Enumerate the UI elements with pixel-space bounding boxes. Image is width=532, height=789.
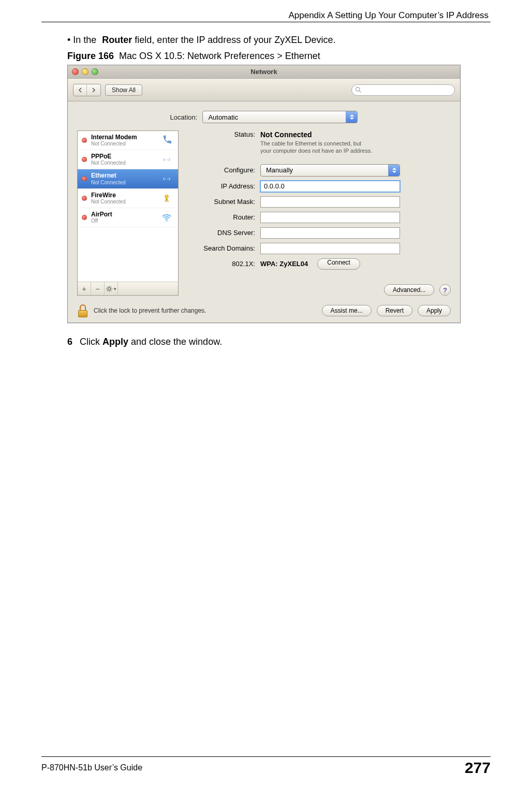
- service-status: Off: [91, 218, 112, 224]
- instruction-bullet: • In the Router field, enter the IP addr…: [67, 35, 465, 46]
- search-input[interactable]: [351, 84, 455, 96]
- help-button[interactable]: ?: [439, 284, 451, 296]
- figure-caption: Figure 166Mac OS X 10.5: Network Prefere…: [67, 51, 465, 62]
- footer-page-number: 277: [465, 759, 491, 777]
- status-dot-icon: [82, 138, 87, 143]
- chevron-updown-icon: [346, 111, 357, 123]
- connect-button[interactable]: Connect: [317, 258, 360, 270]
- back-icon[interactable]: [73, 84, 87, 96]
- nav-buttons[interactable]: [73, 84, 101, 96]
- search-icon: [355, 86, 362, 93]
- service-name: Ethernet: [91, 172, 126, 179]
- step-prefix: Click: [80, 337, 102, 347]
- lock-text: Click the lock to prevent further change…: [94, 307, 317, 314]
- search-domains-label: Search Domains:: [188, 244, 260, 252]
- service-status: Not Connected: [91, 141, 137, 147]
- page-header: Appendix A Setting Up Your Computer’s IP…: [41, 10, 491, 21]
- svg-point-6: [108, 287, 110, 290]
- step-6: 6Click Apply and close the window.: [67, 337, 465, 347]
- footer-guide-name: P-870HN-51b User’s Guide: [41, 763, 142, 772]
- service-name: AirPort: [91, 211, 112, 218]
- router-label: Router:: [188, 213, 260, 221]
- svg-line-11: [107, 286, 108, 287]
- sidebar-item-pppoe[interactable]: PPPoE Not Connected ‹··›: [78, 150, 178, 169]
- router-keyword: Router: [102, 35, 132, 45]
- location-popup[interactable]: Automatic: [202, 111, 358, 123]
- lock-icon[interactable]: [77, 304, 88, 317]
- service-name: PPPoE: [91, 153, 126, 160]
- wifi-icon: [159, 212, 174, 223]
- status-dot-icon: [82, 196, 87, 201]
- assist-me-button[interactable]: Assist me...: [322, 305, 372, 316]
- svg-line-12: [111, 290, 111, 291]
- status-dot-icon: [82, 215, 87, 220]
- status-dot-icon: [82, 176, 87, 181]
- figure-label: Figure 166: [67, 51, 114, 61]
- ip-address-value: 0.0.0.0: [264, 182, 285, 190]
- sidebar-item-airport[interactable]: AirPort Off: [78, 208, 178, 227]
- advanced-button[interactable]: Advanced...: [384, 284, 434, 296]
- window-titlebar: Network: [68, 65, 460, 79]
- action-menu-button[interactable]: ▾: [105, 282, 118, 295]
- zoom-icon[interactable]: [92, 68, 98, 75]
- ip-address-field[interactable]: 0.0.0.0: [260, 181, 400, 192]
- service-name: Internal Modem: [91, 134, 137, 141]
- 8021x-value: WPA: ZyXEL04: [260, 260, 308, 268]
- status-value: Not Connected: [260, 130, 451, 139]
- close-icon[interactable]: [72, 68, 79, 75]
- svg-line-1: [359, 91, 361, 92]
- configure-label: Configure:: [188, 166, 260, 174]
- ethernet-icon: ‹··›: [159, 173, 174, 184]
- dns-server-label: DNS Server:: [188, 229, 260, 237]
- status-label: Status:: [188, 130, 260, 138]
- search-domains-field[interactable]: [260, 243, 400, 254]
- svg-line-13: [107, 290, 108, 291]
- svg-line-14: [111, 286, 111, 287]
- bullet-dot: • In the: [67, 35, 99, 45]
- remove-service-button[interactable]: −: [91, 282, 105, 295]
- phone-icon: [159, 135, 174, 146]
- chevron-updown-icon: [388, 165, 400, 176]
- revert-button[interactable]: Revert: [377, 305, 412, 316]
- show-all-button[interactable]: Show All: [105, 84, 142, 96]
- firewire-icon: [159, 193, 174, 204]
- forward-icon[interactable]: [87, 84, 100, 96]
- subnet-mask-field[interactable]: [260, 196, 400, 208]
- ethernet-icon: ‹··›: [159, 154, 174, 165]
- window-title: Network: [68, 68, 460, 76]
- svg-text:‹··›: ‹··›: [163, 156, 171, 163]
- status-dot-icon: [82, 157, 87, 162]
- sidebar-item-internal-modem[interactable]: Internal Modem Not Connected: [78, 131, 178, 150]
- service-status: Not Connected: [91, 199, 126, 204]
- svg-text:‹··›: ‹··›: [163, 175, 171, 182]
- bullet-suffix: field, enter the IP address of your ZyXE…: [132, 35, 335, 45]
- minimize-icon[interactable]: [82, 68, 88, 75]
- location-value: Automatic: [208, 113, 238, 121]
- sidebar-item-ethernet[interactable]: Ethernet Not Connected ‹··›: [78, 169, 178, 188]
- 8021x-label: 802.1X:: [188, 260, 260, 268]
- gear-icon: [106, 285, 113, 293]
- router-field[interactable]: [260, 212, 400, 223]
- status-desc-line1: The cable for Ethernet is connected, but: [260, 140, 361, 147]
- svg-point-4: [165, 195, 169, 198]
- configure-popup[interactable]: Manually: [260, 164, 400, 177]
- ip-address-label: IP Address:: [188, 182, 260, 190]
- svg-point-0: [356, 87, 360, 91]
- configure-value: Manually: [266, 166, 293, 174]
- sidebar-item-firewire[interactable]: FireWire Not Connected: [78, 189, 178, 208]
- step-suffix: and close the window.: [128, 337, 222, 347]
- service-detail-panel: Status: Not Connected The cable for Ethe…: [188, 130, 451, 296]
- svg-point-5: [166, 220, 168, 222]
- add-service-button[interactable]: +: [78, 282, 91, 295]
- step-number: 6: [67, 337, 72, 347]
- window-toolbar: Show All: [68, 79, 460, 101]
- service-status: Not Connected: [91, 180, 126, 185]
- service-name: FireWire: [91, 192, 126, 199]
- subnet-mask-label: Subnet Mask:: [188, 198, 260, 206]
- apply-keyword: Apply: [102, 337, 128, 347]
- dns-server-field[interactable]: [260, 227, 400, 239]
- apply-button[interactable]: Apply: [418, 305, 451, 316]
- network-preferences-window: Network Show All Location:: [67, 65, 461, 323]
- service-sidebar: Internal Modem Not Connected P: [77, 130, 179, 296]
- figure-caption-text: Mac OS X 10.5: Network Preferences > Eth…: [119, 51, 320, 61]
